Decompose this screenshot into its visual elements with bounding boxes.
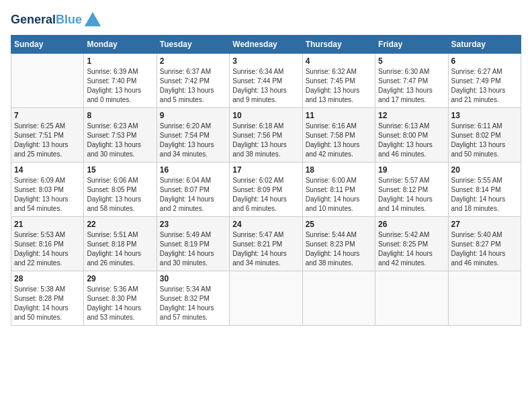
day-number: 19	[378, 165, 445, 175]
day-header-friday: Friday	[375, 36, 448, 54]
calendar-cell: 12Sunrise: 6:13 AMSunset: 8:00 PMDayligh…	[375, 108, 448, 163]
calendar-cell: 22Sunrise: 5:51 AMSunset: 8:18 PMDayligh…	[84, 217, 157, 271]
calendar-cell: 11Sunrise: 6:16 AMSunset: 7:58 PMDayligh…	[302, 108, 375, 163]
calendar-cell	[448, 271, 521, 326]
day-number: 20	[451, 165, 518, 175]
day-info: Sunrise: 6:06 AMSunset: 8:05 PMDaylight:…	[87, 176, 153, 214]
day-info: Sunrise: 6:20 AMSunset: 7:54 PMDaylight:…	[160, 122, 226, 159]
day-info: Sunrise: 6:11 AMSunset: 8:02 PMDaylight:…	[451, 122, 518, 159]
calendar-cell: 15Sunrise: 6:06 AMSunset: 8:05 PMDayligh…	[84, 163, 157, 217]
calendar-cell	[302, 271, 375, 326]
day-header-thursday: Thursday	[302, 36, 375, 54]
day-info: Sunrise: 6:02 AMSunset: 8:09 PMDaylight:…	[232, 176, 299, 214]
day-info: Sunrise: 6:23 AMSunset: 7:53 PMDaylight:…	[87, 122, 153, 159]
day-number: 2	[160, 56, 226, 66]
calendar-cell: 7Sunrise: 6:25 AMSunset: 7:51 PMDaylight…	[11, 108, 84, 163]
week-row-1: 1Sunrise: 6:39 AMSunset: 7:40 PMDaylight…	[11, 54, 521, 108]
day-header-sunday: Sunday	[11, 36, 84, 54]
calendar-cell: 30Sunrise: 5:34 AMSunset: 8:32 PMDayligh…	[157, 271, 229, 326]
calendar-cell: 2Sunrise: 6:37 AMSunset: 7:42 PMDaylight…	[157, 54, 229, 108]
day-header-saturday: Saturday	[448, 36, 521, 54]
day-number: 24	[232, 220, 299, 229]
calendar-cell: 10Sunrise: 6:18 AMSunset: 7:56 PMDayligh…	[230, 108, 302, 163]
day-number: 9	[160, 111, 226, 120]
day-info: Sunrise: 6:25 AMSunset: 7:51 PMDaylight:…	[14, 122, 81, 159]
day-number: 7	[14, 111, 81, 120]
day-info: Sunrise: 6:30 AMSunset: 7:47 PMDaylight:…	[378, 67, 445, 105]
day-info: Sunrise: 5:36 AMSunset: 8:30 PMDaylight:…	[87, 285, 153, 322]
calendar-cell	[11, 54, 84, 108]
day-info: Sunrise: 6:04 AMSunset: 8:07 PMDaylight:…	[160, 176, 226, 214]
day-info: Sunrise: 6:13 AMSunset: 8:00 PMDaylight:…	[378, 122, 445, 159]
day-number: 5	[378, 56, 445, 66]
day-info: Sunrise: 6:34 AMSunset: 7:44 PMDaylight:…	[232, 67, 299, 105]
day-number: 12	[378, 111, 445, 120]
day-info: Sunrise: 5:40 AMSunset: 8:27 PMDaylight:…	[451, 230, 518, 268]
calendar-cell: 23Sunrise: 5:49 AMSunset: 8:19 PMDayligh…	[157, 217, 229, 271]
week-row-5: 28Sunrise: 5:38 AMSunset: 8:28 PMDayligh…	[11, 271, 521, 326]
calendar-cell	[230, 271, 302, 326]
calendar-cell: 26Sunrise: 5:42 AMSunset: 8:25 PMDayligh…	[375, 217, 448, 271]
day-number: 25	[306, 220, 372, 229]
logo-icon	[83, 11, 102, 30]
calendar-cell	[375, 271, 448, 326]
day-info: Sunrise: 5:34 AMSunset: 8:32 PMDaylight:…	[160, 285, 226, 322]
week-row-3: 14Sunrise: 6:09 AMSunset: 8:03 PMDayligh…	[11, 163, 521, 217]
calendar-cell: 16Sunrise: 6:04 AMSunset: 8:07 PMDayligh…	[157, 163, 229, 217]
day-number: 3	[232, 56, 299, 66]
day-info: Sunrise: 6:39 AMSunset: 7:40 PMDaylight:…	[87, 67, 153, 105]
week-row-4: 21Sunrise: 5:53 AMSunset: 8:16 PMDayligh…	[11, 217, 521, 271]
svg-marker-0	[85, 12, 101, 26]
day-number: 15	[87, 165, 153, 175]
day-number: 4	[306, 56, 372, 66]
day-number: 11	[306, 111, 372, 120]
day-number: 18	[306, 165, 372, 175]
calendar-cell: 25Sunrise: 5:44 AMSunset: 8:23 PMDayligh…	[302, 217, 375, 271]
day-number: 6	[451, 56, 518, 66]
day-info: Sunrise: 5:49 AMSunset: 8:19 PMDaylight:…	[160, 230, 226, 268]
calendar-cell: 14Sunrise: 6:09 AMSunset: 8:03 PMDayligh…	[11, 163, 84, 217]
calendar-table: SundayMondayTuesdayWednesdayThursdayFrid…	[11, 35, 521, 326]
calendar-cell: 9Sunrise: 6:20 AMSunset: 7:54 PMDaylight…	[157, 108, 229, 163]
day-info: Sunrise: 6:27 AMSunset: 7:49 PMDaylight:…	[451, 67, 518, 105]
day-info: Sunrise: 5:57 AMSunset: 8:12 PMDaylight:…	[378, 176, 445, 214]
calendar-cell: 5Sunrise: 6:30 AMSunset: 7:47 PMDaylight…	[375, 54, 448, 108]
day-info: Sunrise: 5:47 AMSunset: 8:21 PMDaylight:…	[232, 230, 299, 268]
day-info: Sunrise: 6:00 AMSunset: 8:11 PMDaylight:…	[306, 176, 372, 214]
calendar-cell: 1Sunrise: 6:39 AMSunset: 7:40 PMDaylight…	[84, 54, 157, 108]
day-number: 8	[87, 111, 153, 120]
calendar-cell: 13Sunrise: 6:11 AMSunset: 8:02 PMDayligh…	[448, 108, 521, 163]
day-number: 26	[378, 220, 445, 229]
day-number: 17	[232, 165, 299, 175]
calendar-cell: 8Sunrise: 6:23 AMSunset: 7:53 PMDaylight…	[84, 108, 157, 163]
logo: GeneralBlue	[11, 11, 102, 30]
calendar-cell: 28Sunrise: 5:38 AMSunset: 8:28 PMDayligh…	[11, 271, 84, 326]
day-number: 21	[14, 220, 81, 229]
calendar-cell: 24Sunrise: 5:47 AMSunset: 8:21 PMDayligh…	[230, 217, 302, 271]
day-number: 28	[14, 274, 81, 283]
day-number: 22	[87, 220, 153, 229]
day-info: Sunrise: 6:18 AMSunset: 7:56 PMDaylight:…	[232, 122, 299, 159]
day-number: 13	[451, 111, 518, 120]
day-info: Sunrise: 6:09 AMSunset: 8:03 PMDaylight:…	[14, 176, 81, 214]
calendar-cell: 4Sunrise: 6:32 AMSunset: 7:45 PMDaylight…	[302, 54, 375, 108]
day-number: 30	[160, 274, 226, 283]
calendar-cell: 21Sunrise: 5:53 AMSunset: 8:16 PMDayligh…	[11, 217, 84, 271]
days-header-row: SundayMondayTuesdayWednesdayThursdayFrid…	[11, 36, 521, 54]
day-number: 23	[160, 220, 226, 229]
day-header-wednesday: Wednesday	[230, 36, 302, 54]
day-info: Sunrise: 6:37 AMSunset: 7:42 PMDaylight:…	[160, 67, 226, 105]
week-row-2: 7Sunrise: 6:25 AMSunset: 7:51 PMDaylight…	[11, 108, 521, 163]
day-header-tuesday: Tuesday	[157, 36, 229, 54]
day-info: Sunrise: 5:53 AMSunset: 8:16 PMDaylight:…	[14, 230, 81, 268]
day-number: 16	[160, 165, 226, 175]
day-info: Sunrise: 5:44 AMSunset: 8:23 PMDaylight:…	[306, 230, 372, 268]
day-info: Sunrise: 5:51 AMSunset: 8:18 PMDaylight:…	[87, 230, 153, 268]
day-number: 27	[451, 220, 518, 229]
day-number: 10	[232, 111, 299, 120]
calendar-cell: 29Sunrise: 5:36 AMSunset: 8:30 PMDayligh…	[84, 271, 157, 326]
logo-text: GeneralBlue	[11, 13, 82, 27]
calendar-cell: 20Sunrise: 5:55 AMSunset: 8:14 PMDayligh…	[448, 163, 521, 217]
calendar-cell: 19Sunrise: 5:57 AMSunset: 8:12 PMDayligh…	[375, 163, 448, 217]
day-header-monday: Monday	[84, 36, 157, 54]
